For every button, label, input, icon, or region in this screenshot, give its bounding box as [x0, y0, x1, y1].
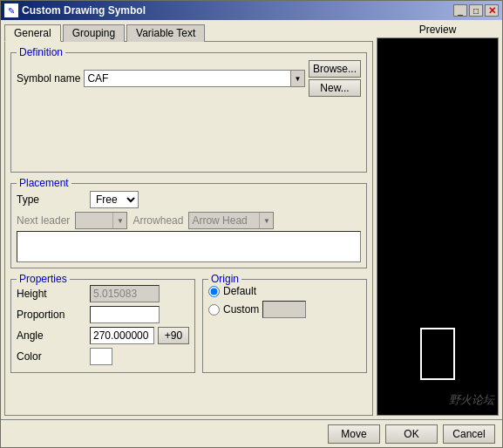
- properties-group: Properties Height Proportion Angle: [10, 279, 195, 373]
- custom-radio-label: Custom: [223, 303, 259, 316]
- tab-content: Definition Symbol name ▼ Browse... New..…: [4, 42, 373, 416]
- symbol-name-combo: ▼: [84, 70, 305, 87]
- custom-radio[interactable]: [208, 304, 220, 316]
- window-title: Custom Drawing Symbol: [22, 4, 453, 17]
- leader-arrowhead-row: Next leader ▼ Arrowhead ▼: [17, 212, 361, 229]
- maximize-button[interactable]: □: [469, 4, 483, 17]
- cancel-button[interactable]: Cancel: [443, 424, 495, 444]
- color-row: Color: [17, 348, 189, 365]
- height-label: Height: [17, 288, 86, 300]
- type-select-input[interactable]: Free Fixed: [91, 192, 138, 207]
- close-button[interactable]: ✕: [485, 4, 499, 17]
- definition-buttons: Browse... New...: [309, 60, 361, 97]
- ok-button[interactable]: OK: [385, 424, 438, 444]
- proportion-row: Proportion: [17, 306, 189, 323]
- properties-label: Properties: [17, 273, 70, 285]
- bottom-bar: Move OK Cancel: [1, 419, 502, 447]
- right-panel: Preview 野火论坛: [377, 24, 499, 416]
- browse-button[interactable]: Browse...: [309, 60, 361, 78]
- tab-variable-text[interactable]: Variable Text: [126, 24, 205, 42]
- angle-row: Angle +90: [17, 327, 189, 344]
- main-window: ✎ Custom Drawing Symbol _ □ ✕ General: [0, 0, 503, 448]
- preview-label: Preview: [377, 24, 499, 36]
- arrowhead-dropdown-arrow: ▼: [259, 213, 273, 228]
- type-label: Type: [17, 193, 86, 206]
- title-bar: ✎ Custom Drawing Symbol _ □ ✕: [1, 1, 502, 20]
- title-buttons: _ □ ✕: [453, 4, 499, 17]
- symbol-name-label: Symbol name: [17, 72, 80, 85]
- custom-radio-row: Custom: [208, 301, 361, 318]
- window-icon: ✎: [4, 3, 18, 17]
- origin-group: Origin Default Custom: [202, 279, 367, 373]
- default-radio[interactable]: [208, 286, 220, 297]
- arrowhead-input: [189, 213, 259, 228]
- next-leader-label: Next leader: [17, 214, 70, 227]
- plus90-button[interactable]: +90: [158, 327, 189, 344]
- next-leader-arrow: ▼: [112, 213, 126, 228]
- default-radio-row: Default: [208, 285, 361, 297]
- props-origin-row: Properties Height Proportion Angle: [10, 274, 367, 373]
- type-select-combo: Free Fixed: [90, 191, 139, 208]
- height-row: Height: [17, 285, 189, 302]
- angle-label: Angle: [17, 329, 86, 342]
- default-radio-label: Default: [223, 285, 256, 297]
- placement-textarea[interactable]: [17, 232, 360, 261]
- preview-shape: [420, 328, 455, 380]
- color-label: Color: [17, 350, 86, 363]
- custom-value-input[interactable]: [262, 301, 306, 318]
- symbol-name-input[interactable]: [85, 71, 290, 86]
- watermark: 野火论坛: [449, 392, 494, 408]
- origin-label: Origin: [208, 273, 241, 285]
- tab-grouping[interactable]: Grouping: [63, 24, 125, 42]
- type-row: Type Free Fixed: [17, 191, 361, 208]
- height-input: [90, 285, 160, 302]
- tab-general[interactable]: General: [4, 24, 61, 42]
- arrowhead-combo: ▼: [188, 212, 274, 229]
- definition-group: Definition Symbol name ▼ Browse... New..…: [10, 52, 367, 173]
- tab-bar: General Grouping Variable Text: [4, 24, 373, 42]
- placement-group: Placement Type Free Fixed Next le: [10, 183, 367, 268]
- proportion-input[interactable]: [90, 306, 160, 323]
- definition-label: Definition: [17, 46, 65, 58]
- symbol-name-row: Symbol name ▼ Browse... New...: [17, 60, 361, 97]
- main-content: General Grouping Variable Text Definitio…: [1, 20, 502, 419]
- proportion-label: Proportion: [17, 309, 86, 321]
- angle-input[interactable]: [90, 327, 154, 344]
- symbol-name-dropdown-arrow[interactable]: ▼: [290, 71, 304, 86]
- next-leader-combo: ▼: [75, 212, 127, 229]
- placement-textarea-wrapper: [17, 231, 361, 262]
- new-button[interactable]: New...: [309, 79, 361, 97]
- placement-label: Placement: [17, 177, 71, 189]
- arrowhead-label: Arrowhead: [133, 214, 183, 227]
- color-picker[interactable]: [90, 348, 112, 365]
- left-panel: General Grouping Variable Text Definitio…: [4, 24, 373, 416]
- minimize-button[interactable]: _: [453, 4, 467, 17]
- move-button[interactable]: Move: [328, 424, 380, 444]
- preview-box: 野火论坛: [377, 37, 499, 416]
